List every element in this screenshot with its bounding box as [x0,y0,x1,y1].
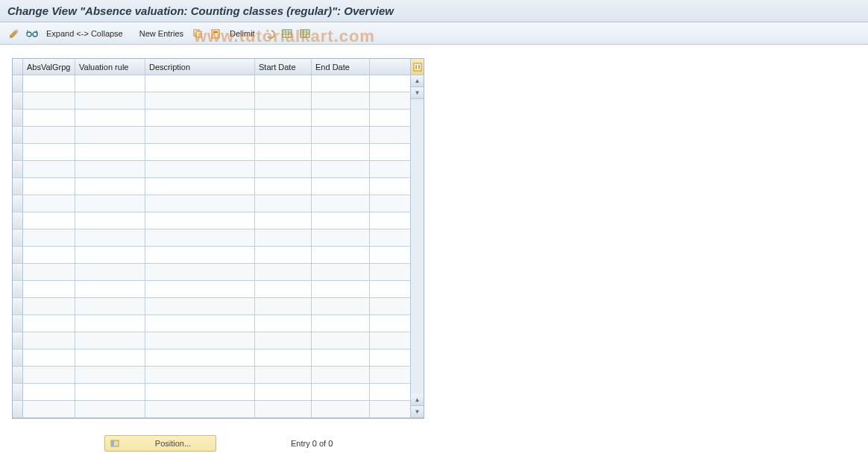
cell-description[interactable] [145,230,255,246]
paste-icon[interactable] [209,26,222,41]
cell-end-date[interactable] [312,281,370,297]
cell-end-date[interactable] [312,212,370,229]
col-start-date[interactable]: Start Date [255,59,312,75]
cell-absvalgrpg[interactable] [23,127,75,143]
row-selector[interactable] [13,230,23,246]
table-row[interactable] [13,401,410,418]
row-selector[interactable] [13,298,23,314]
table-row[interactable] [13,161,410,178]
cell-description[interactable] [145,247,255,263]
cell-start-date[interactable] [255,315,312,332]
row-selector[interactable] [13,75,23,92]
cell-valuation-rule[interactable] [75,212,145,229]
cell-start-date[interactable] [255,127,312,143]
cell-absvalgrpg[interactable] [23,349,75,366]
cell-valuation-rule[interactable] [75,161,145,177]
cell-valuation-rule[interactable] [75,384,145,400]
configure-columns-icon[interactable] [411,59,424,75]
row-selector[interactable] [13,212,23,229]
cell-description[interactable] [145,161,255,177]
cell-description[interactable] [145,178,255,194]
row-selector[interactable] [13,144,23,160]
table-row[interactable] [13,367,410,384]
cell-description[interactable] [145,384,255,400]
excel-icon[interactable] [280,26,294,41]
table-row[interactable] [13,75,410,92]
col-description[interactable]: Description [145,59,255,75]
cell-valuation-rule[interactable] [75,332,145,349]
cell-description[interactable] [145,144,255,160]
cell-start-date[interactable] [255,281,312,297]
row-selector[interactable] [13,195,23,212]
cell-end-date[interactable] [312,92,370,109]
cell-end-date[interactable] [312,230,370,246]
table-row[interactable] [13,349,410,367]
pencil-icon[interactable] [7,26,21,41]
table-row[interactable] [13,230,410,247]
table-row[interactable] [13,315,410,332]
row-selector[interactable] [13,161,23,177]
row-selector[interactable] [13,178,23,194]
cell-description[interactable] [145,298,255,314]
row-selector[interactable] [13,127,23,143]
cell-description[interactable] [145,75,255,92]
cell-end-date[interactable] [312,264,370,280]
table-row[interactable] [13,144,410,161]
table-row[interactable] [13,92,410,110]
cell-absvalgrpg[interactable] [23,298,75,314]
col-absvalgrpg[interactable]: AbsValGrpg [23,59,75,75]
cell-absvalgrpg[interactable] [23,264,75,280]
cell-start-date[interactable] [255,264,312,280]
table-row[interactable] [13,195,410,212]
cell-start-date[interactable] [255,230,312,246]
new-entries-button[interactable]: New Entries [136,26,186,41]
cell-end-date[interactable] [312,315,370,332]
cell-valuation-rule[interactable] [75,298,145,314]
cell-absvalgrpg[interactable] [23,384,75,400]
undo-icon[interactable] [262,26,276,41]
cell-end-date[interactable] [312,144,370,160]
row-selector[interactable] [13,110,23,126]
row-selector[interactable] [13,332,23,349]
glasses-icon[interactable] [25,26,39,41]
delimit-button[interactable]: Delimit [227,26,258,41]
cell-start-date[interactable] [255,144,312,160]
row-selector[interactable] [13,367,23,383]
cell-valuation-rule[interactable] [75,367,145,383]
cell-valuation-rule[interactable] [75,144,145,160]
cell-valuation-rule[interactable] [75,264,145,280]
cell-end-date[interactable] [312,247,370,263]
table-row[interactable] [13,264,410,281]
table-row[interactable] [13,247,410,264]
cell-end-date[interactable] [312,349,370,366]
expand-collapse-button[interactable]: Expand <-> Collapse [43,26,126,41]
cell-description[interactable] [145,92,255,109]
row-selector[interactable] [13,315,23,332]
cell-absvalgrpg[interactable] [23,212,75,229]
cell-end-date[interactable] [312,75,370,92]
cell-end-date[interactable] [312,298,370,314]
col-end-date[interactable]: End Date [312,59,370,75]
cell-absvalgrpg[interactable] [23,178,75,194]
table-row[interactable] [13,127,410,144]
cell-valuation-rule[interactable] [75,127,145,143]
cell-start-date[interactable] [255,212,312,229]
cell-start-date[interactable] [255,247,312,263]
cell-end-date[interactable] [312,332,370,349]
table-row[interactable] [13,110,410,127]
cell-description[interactable] [145,315,255,332]
cell-absvalgrpg[interactable] [23,195,75,212]
cell-absvalgrpg[interactable] [23,367,75,383]
cell-absvalgrpg[interactable] [23,332,75,349]
cell-valuation-rule[interactable] [75,92,145,109]
cell-end-date[interactable] [312,161,370,177]
cell-end-date[interactable] [312,178,370,194]
cell-end-date[interactable] [312,127,370,143]
cell-start-date[interactable] [255,161,312,177]
excel-down-icon[interactable] [298,26,312,41]
cell-absvalgrpg[interactable] [23,92,75,109]
cell-valuation-rule[interactable] [75,281,145,297]
cell-absvalgrpg[interactable] [23,75,75,92]
row-selector[interactable] [13,384,23,400]
cell-description[interactable] [145,127,255,143]
